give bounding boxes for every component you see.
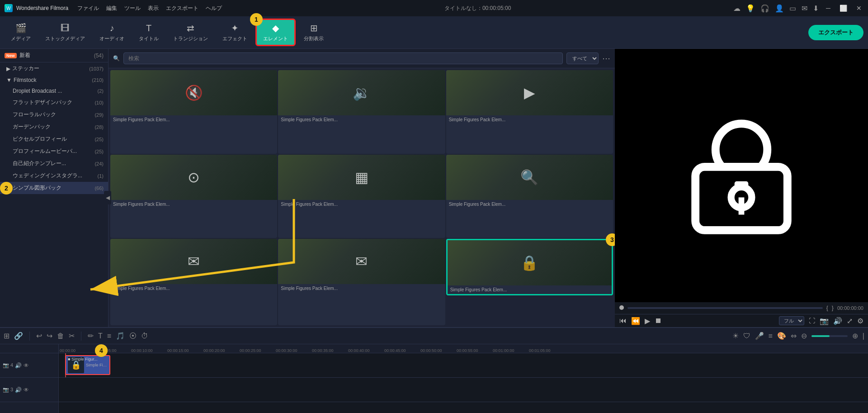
preview-progress-bar[interactable]: { } 00:00:00:00 — [615, 302, 868, 314]
mail-icon[interactable]: ✉ — [802, 4, 807, 13]
thumb-item-9[interactable]: 🔒 Simple Figures Pack Elem... — [446, 239, 613, 295]
settings-icon[interactable]: ⚙ — [857, 317, 863, 325]
track-label-v3: 📷 3 🔊 👁 — [0, 378, 58, 402]
tl-zoom-in-icon[interactable]: ⊕ — [852, 332, 858, 340]
snapshot-icon[interactable]: 📷 — [820, 317, 829, 325]
category-self[interactable]: 自己紹介テンプレー... (24) — [0, 157, 108, 170]
toolbar-stock[interactable]: 🎞 ストックメディア — [39, 20, 91, 45]
title-bar-right: ☁ 💡 🎧 👤 ▭ ✉ ⬇ ─ ⬜ ✕ — [733, 4, 863, 13]
tl-more-icon[interactable]: | — [863, 332, 864, 340]
tl-link-icon[interactable]: 🔗 — [14, 332, 23, 340]
toolbar-audio[interactable]: ♪ オーディオ — [93, 20, 131, 45]
timeline-clip[interactable]: ■ Simple Figur... 🔒 Simple Fig... — [65, 355, 110, 375]
split-label: 分割表示 — [304, 35, 324, 42]
tl-undo-icon[interactable]: ↩ — [36, 332, 42, 340]
tl-sun-icon[interactable]: ☀ — [732, 332, 739, 340]
search-input[interactable] — [123, 52, 563, 64]
tl-cut-icon[interactable]: ✂ — [69, 332, 75, 340]
track-v3-eye[interactable]: 👁 — [24, 387, 29, 393]
progress-track[interactable] — [627, 307, 823, 309]
thumb-label-9: Simple Figures Pack Elem... — [448, 285, 612, 294]
tl-layout-icon[interactable]: ⊞ — [4, 332, 9, 340]
collapse-arrow[interactable]: ◀ — [104, 191, 111, 204]
category-sticker[interactable]: ▶ ステッカー (1037) — [0, 62, 108, 75]
tl-pen-icon[interactable]: ✏ — [88, 332, 94, 340]
category-wedding[interactable]: ウェディングインスタグラ... (1) — [0, 170, 108, 182]
tl-shield-icon[interactable]: 🛡 — [743, 332, 750, 340]
minimize-button[interactable]: ─ — [824, 5, 832, 12]
toolbar-split[interactable]: ⊞ 分割表示 — [297, 20, 330, 45]
audio-icon: ♪ — [110, 23, 114, 33]
tl-text-icon[interactable]: T — [98, 332, 103, 340]
category-filmstock[interactable]: ▼ Filmstock (210) — [0, 75, 108, 85]
cloud-icon[interactable]: ☁ — [733, 4, 741, 13]
tl-speed-icon[interactable]: ⏱ — [141, 332, 148, 340]
track-labels: 📷 4 🔊 👁 📷 3 🔊 👁 — [0, 344, 59, 413]
tl-color-icon[interactable]: 🎨 — [777, 332, 786, 340]
tl-delete-icon[interactable]: 🗑 — [57, 332, 64, 340]
garden-label: ガーデンパック — [13, 123, 51, 131]
menu-bar[interactable]: ファイル 編集 ツール 表示 エクスポート ヘルプ — [77, 5, 222, 12]
audio-icon[interactable]: 🔊 — [833, 317, 842, 325]
thumb-item-7[interactable]: ✉ Simple Figures Pack Elem... — [110, 239, 277, 325]
layout-icon[interactable]: ▭ — [789, 4, 796, 13]
filter-select[interactable]: すべて — [566, 52, 599, 64]
thumb-item-3[interactable]: ▶ Simple Figures Pack Elem... — [446, 70, 613, 154]
thumb-item-6[interactable]: 🔍 Simple Figures Pack Elem... — [446, 155, 613, 238]
close-button[interactable]: ✕ — [854, 5, 863, 12]
track-v4-speaker[interactable]: 🔊 — [15, 362, 22, 369]
thumb-item-4[interactable]: ⊙ Simple Figures Pack Elem... — [110, 155, 277, 238]
toolbar-title[interactable]: T タイトル — [132, 20, 165, 45]
toolbar-media[interactable]: 🎬 メディア — [5, 20, 37, 45]
thumb-item-5[interactable]: ▦ Simple Figures Pack Elem... — [278, 155, 445, 238]
menu-help[interactable]: ヘルプ — [206, 5, 222, 12]
render-icon[interactable]: ⤢ — [847, 317, 853, 325]
stop-button[interactable]: ⏹ — [655, 317, 662, 325]
tl-redo-icon[interactable]: ↪ — [47, 332, 52, 340]
fullscreen-icon[interactable]: ⛶ — [809, 317, 815, 324]
play-back-button[interactable]: ⏪ — [631, 317, 640, 325]
grid-options-icon[interactable]: ⋯ — [602, 53, 610, 63]
toolbar-effect[interactable]: ✦ エフェクト — [216, 20, 254, 45]
rewind-button[interactable]: ⏮ — [619, 317, 627, 325]
floral-count: (29) — [94, 112, 104, 118]
tl-mic-icon[interactable]: 🎤 — [755, 332, 764, 340]
track-v4-eye[interactable]: 👁 — [24, 362, 29, 369]
export-button[interactable]: エクスポート — [808, 25, 863, 40]
category-profile[interactable]: プロフィールムービーパ... (25) — [0, 145, 108, 157]
headset-icon[interactable]: 🎧 — [760, 4, 769, 13]
tl-zoom-out-icon[interactable]: ⊖ — [801, 332, 807, 340]
search-icon: 🔍 — [113, 55, 120, 62]
play-button[interactable]: ▶ — [645, 317, 650, 325]
menu-file[interactable]: ファイル — [77, 5, 99, 12]
menu-tools[interactable]: ツール — [124, 5, 141, 12]
category-flat[interactable]: フラットデザインパック (10) — [0, 96, 108, 109]
quality-select[interactable]: フル — [779, 316, 804, 325]
thumb-item-2[interactable]: 🔉 Simple Figures Pack Elem... — [278, 70, 445, 154]
track-v3-speaker[interactable]: 🔊 — [15, 387, 22, 393]
menu-view[interactable]: 表示 — [148, 5, 159, 12]
avatar-icon[interactable]: 👤 — [775, 4, 784, 13]
category-pixel[interactable]: ピクセルプロフィール (25) — [0, 133, 108, 145]
tl-resize-icon[interactable]: ⇔ — [791, 332, 797, 340]
thumb-item-1[interactable]: 🔇 Simple Figures Pack Elem... — [110, 70, 277, 154]
thumb-icon-5: ▦ — [355, 169, 368, 186]
menu-edit[interactable]: 編集 — [106, 5, 117, 12]
toolbar-transition[interactable]: ⇄ トランジション — [167, 20, 214, 45]
zoom-slider[interactable] — [811, 335, 848, 337]
category-floral[interactable]: フローラルパック (29) — [0, 109, 108, 121]
tl-stabilize-icon[interactable]: ⦿ — [129, 332, 137, 340]
category-simple[interactable]: シンプル図形パック (66) — [0, 182, 108, 194]
maximize-button[interactable]: ⬜ — [838, 5, 849, 12]
download-icon[interactable]: ⬇ — [813, 4, 819, 13]
tl-audio-wave-icon[interactable]: 🎵 — [116, 332, 125, 340]
menu-export[interactable]: エクスポート — [166, 5, 198, 12]
thumb-item-8[interactable]: ✉ Simple Figures Pack Elem... — [278, 239, 445, 325]
tl-adjust-icon[interactable]: ≡ — [107, 332, 111, 340]
tl-list-icon[interactable]: ≡ — [769, 332, 773, 340]
progress-dot[interactable] — [619, 305, 624, 310]
bracket-left: { — [826, 305, 828, 311]
category-garden[interactable]: ガーデンパック (28) — [0, 121, 108, 133]
category-droplet[interactable]: Droplet Broadcast ... (2) — [0, 85, 108, 96]
bulb-icon[interactable]: 💡 — [746, 4, 755, 13]
